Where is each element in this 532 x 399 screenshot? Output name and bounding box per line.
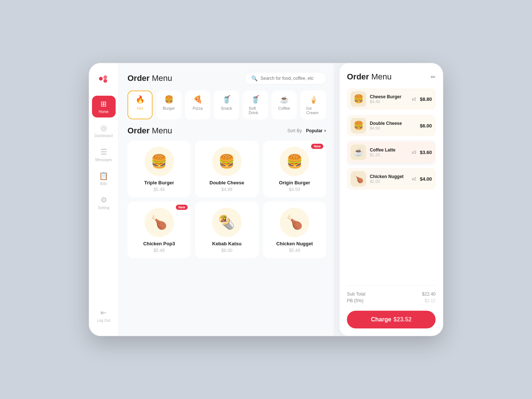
category-item-softdrink[interactable]: 🥤 Soft Drink [243,91,268,119]
hot-icon: 🔥 [136,95,145,104]
icecream-label: Ice Cream [306,106,320,115]
food-card-triple-burger[interactable]: 🍔 Triple Burger $5.48 [127,141,191,197]
food-name-chicken-pop3: Chicken Pop3 [143,241,175,246]
order-item-img-chicken-nugget: 🍗 [351,171,366,187]
food-card-origin-burger[interactable]: New 🍔 Origin Burger $4.59 [263,141,326,197]
coffee-label: Coffee [278,106,290,110]
hot-label: Hot [137,106,143,110]
food-card-double-cheese[interactable]: 🍔 Double Cheese $4.99 [195,141,258,197]
order-item-total-chicken-nugget: $4.00 [420,176,432,182]
order-item-double-cheese[interactable]: 🍔 Double Cheese $4.99 $6.00 [347,115,436,136]
order-items-list: 🍔 Cheese Burger $4.40 x2 $8.80 🍔 Double … [347,88,436,281]
softdrink-icon: 🥤 [251,95,260,104]
main-content: Order Menu 🔍 🔥 Hot 🍔 Burger 🍕 Pizza 🥤 Sn… [119,63,334,336]
burger-icon: 🍔 [164,95,174,104]
pb-label: PB (5%) [347,298,364,303]
order-item-base-price-chicken-nugget: $2.00 [370,179,408,184]
order-item-info-chicken-nugget: Chicken Nugget $2.00 [370,174,408,184]
food-image-triple-burger: 🍔 [144,147,174,176]
new-badge: New [311,144,323,149]
order-item-base-price-coffee-latte: $1.20 [370,153,408,157]
messages-nav-item[interactable]: ☰ Messages [92,144,116,166]
charge-amount: $23.52 [393,316,412,323]
order-item-img-coffee-latte: ☕ [351,144,366,160]
order-menu-header: Order Menu Sort By Popular ▾ [127,126,326,136]
food-price-chicken-nugget: $5.49 [289,248,300,253]
order-item-total-cheese-burger: $8.80 [420,96,432,102]
burger-label: Burger [163,106,175,110]
pizza-label: Pizza [193,106,203,110]
bills-nav-item[interactable]: 📋 Bills [92,168,116,190]
svg-point-0 [99,77,103,81]
sort-by-selector[interactable]: Sort By Popular ▾ [287,128,326,133]
food-image-chicken-pop3: 🍗 [144,208,174,237]
food-name-triple-burger: Triple Burger [144,180,174,185]
setting-nav-item[interactable]: ⚙ Setting [92,192,116,214]
order-item-cheese-burger[interactable]: 🍔 Cheese Burger $4.40 x2 $8.80 [347,88,436,110]
food-image-chicken-nugget: 🍗 [280,208,309,237]
order-item-info-coffee-latte: Coffee Latte $1.20 [370,147,408,157]
food-name-origin-burger: Origin Burger [279,180,310,185]
food-name-chicken-nugget: Chicken Nugget [276,241,313,246]
order-item-chicken-nugget[interactable]: 🍗 Chicken Nugget $2.00 x2 $4.00 [347,168,436,190]
charge-button[interactable]: Charge $23.52 [347,311,436,328]
pb-row: PB (5%) $1.12 [347,298,436,303]
food-card-chicken-nugget[interactable]: 🍗 Chicken Nugget $5.49 [263,202,326,258]
order-section-title: Order Menu [127,126,172,136]
coffee-icon: ☕ [280,95,289,104]
snack-icon: 🥤 [222,95,231,104]
food-card-chicken-pop3[interactable]: New 🍗 Chicken Pop3 $5.48 [127,202,191,258]
order-item-coffee-latte[interactable]: ☕ Coffee Latte $1.20 x3 $3.60 [347,141,436,163]
sidebar: ⊞ Home ◎ Dashboard ☰ Messages 📋 Bills ⚙ … [89,63,119,336]
logout-label: Log Out [97,318,110,323]
pb-value: $1.12 [424,298,436,303]
food-card-kebab-katsu[interactable]: 🌯 Kebab Katsu $6.00 [195,202,258,258]
top-header: Order Menu 🔍 [127,72,326,85]
order-item-name-double-cheese: Double Cheese [370,121,416,126]
search-input[interactable] [260,76,320,81]
app-logo [97,72,110,85]
dashboard-nav-item[interactable]: ◎ Dashboard [92,120,116,141]
food-price-triple-burger: $5.48 [154,187,165,192]
category-item-burger[interactable]: 🍔 Burger [156,91,181,119]
food-price-origin-burger: $4.59 [289,187,300,192]
order-item-qty-chicken-nugget: x2 [412,177,416,181]
pizza-icon: 🍕 [193,95,202,104]
order-item-base-price-cheese-burger: $4.40 [370,99,408,104]
messages-label: Messages [95,158,112,162]
chevron-down-icon: ▾ [324,128,326,133]
category-item-hot[interactable]: 🔥 Hot [127,91,153,119]
right-panel-header: Order Menu ✏ [347,72,436,82]
setting-icon: ⚙ [100,195,107,204]
logout-icon: ⇤ [100,308,107,317]
svg-point-2 [103,79,107,83]
category-item-pizza[interactable]: 🍕 Pizza [185,91,210,119]
search-icon: 🔍 [251,75,258,81]
home-nav-item[interactable]: ⊞ Home [92,96,116,117]
search-bar[interactable]: 🔍 [245,72,326,85]
dashboard-icon: ◎ [100,123,107,132]
sort-by-value: Popular [306,128,323,133]
food-image-origin-burger: 🍔 [280,147,309,176]
snack-label: Snack [221,106,232,110]
sort-by-label: Sort By [287,128,302,133]
softdrink-label: Soft Drink [249,106,262,115]
home-label: Home [99,110,109,114]
subtotal-label: Sub Total [347,291,365,297]
logout-nav-item[interactable]: ⇤ Log Out [92,304,116,326]
food-grid: 🍔 Triple Burger $5.48 🍔 Double Cheese $4… [127,141,326,258]
new-badge: New [176,205,188,210]
category-item-icecream[interactable]: 🍦 Ice Cream [300,91,326,119]
bills-icon: 📋 [99,171,108,180]
food-image-double-cheese: 🍔 [212,147,242,176]
food-price-chicken-pop3: $5.48 [154,248,165,253]
order-item-name-coffee-latte: Coffee Latte [370,147,408,153]
order-item-name-chicken-nugget: Chicken Nugget [370,174,408,179]
order-item-img-cheese-burger: 🍔 [351,91,366,107]
order-item-name-cheese-burger: Cheese Burger [370,94,408,99]
category-item-snack[interactable]: 🥤 Snack [214,91,239,119]
order-item-base-price-double-cheese: $4.99 [370,126,416,130]
food-image-kebab-katsu: 🌯 [212,208,242,237]
category-item-coffee[interactable]: ☕ Coffee [272,91,297,119]
edit-icon[interactable]: ✏ [431,74,436,81]
